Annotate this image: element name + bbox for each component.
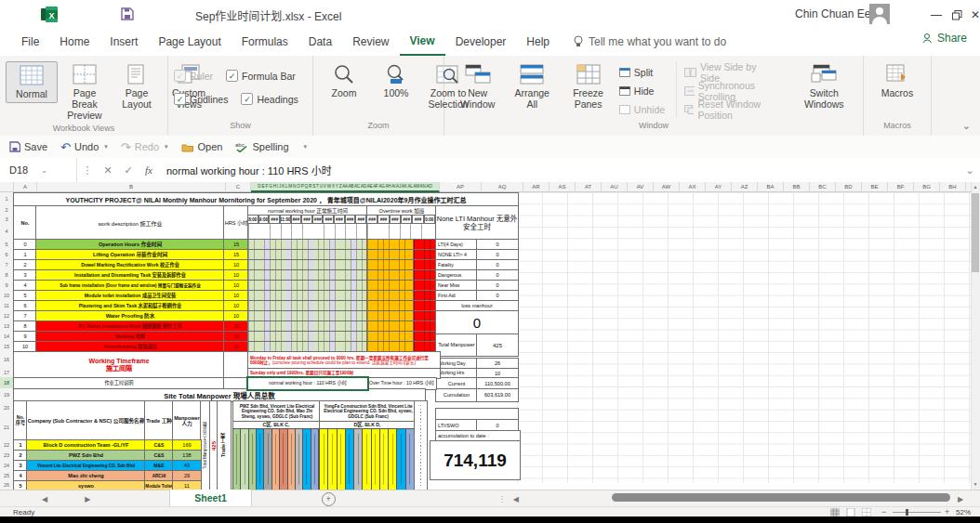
row-number[interactable]: 26 <box>0 480 14 490</box>
scroll-down-arrow[interactable]: ▼ <box>971 481 980 489</box>
formula-bar-checkbox[interactable]: ✓Formula Bar <box>226 67 296 85</box>
group2-companies[interactable]: YongFa Construction Sdn Bhd, Vincent Lit… <box>319 400 417 423</box>
col-header[interactable]: AS <box>550 182 576 192</box>
zoom-button[interactable]: Zoom <box>319 61 369 101</box>
col-header[interactable]: BG <box>914 182 940 192</box>
sheet-tab-sheet1[interactable]: Sheet1 <box>169 490 251 508</box>
trade-strip[interactable] <box>328 429 337 490</box>
trade-strip[interactable] <box>257 429 264 490</box>
horizontal-scrollbar-thumb[interactable] <box>612 493 950 502</box>
scroll-up-arrow[interactable]: ▲ <box>971 184 980 191</box>
working-timeframe-cell[interactable]: Working Timeframe施工间隔 <box>13 351 225 379</box>
headings-checkbox[interactable]: ✓Headings <box>241 90 298 108</box>
zoom-slider-track[interactable] <box>893 512 941 513</box>
fx-icon[interactable]: fx <box>139 164 159 176</box>
tell-me-box[interactable]: Tell me what you want to do <box>573 35 726 48</box>
tab-home[interactable]: Home <box>49 29 99 55</box>
tab-data[interactable]: Data <box>298 29 342 55</box>
col-header-c[interactable]: C <box>226 182 251 192</box>
lower-hdr-manpower[interactable]: Manpower 人力 <box>172 400 202 441</box>
add-sheet-button[interactable]: + <box>322 492 336 506</box>
timeframe-note1-cell[interactable]: Monday to Friday all task shall proceed … <box>247 351 441 370</box>
trade-strip[interactable] <box>354 429 363 490</box>
trade-strip[interactable] <box>311 429 319 490</box>
split-button[interactable]: Split <box>619 63 665 81</box>
close-button[interactable]: ✕ <box>960 2 980 28</box>
page-break-view-icon[interactable] <box>862 508 871 516</box>
trade-strip[interactable] <box>338 429 346 490</box>
lower-right-rotated-notes[interactable] <box>414 400 428 490</box>
col-header-cluster-d-ao[interactable]: D E F G H I J K L M N O P Q R S T U V W … <box>251 182 440 192</box>
hdr-hrs[interactable]: HRS 小时 <box>223 205 249 241</box>
col-header[interactable]: AY <box>706 182 732 192</box>
tab-developer[interactable]: Developer <box>445 29 517 55</box>
macros-button[interactable]: Macros <box>872 61 922 101</box>
loss-manhour-value[interactable]: 0 <box>435 310 519 335</box>
gridlines-checkbox[interactable]: ✓Gridlines <box>174 90 228 108</box>
trade-strip[interactable] <box>363 429 371 490</box>
cancel-icon[interactable]: ✕ <box>98 164 118 177</box>
collapse-ribbon-icon[interactable]: ⌄ <box>962 120 971 132</box>
share-button[interactable]: Share <box>922 32 967 45</box>
col-header[interactable]: AV <box>628 182 654 192</box>
col-header[interactable]: AX <box>680 182 706 192</box>
col-header[interactable]: AZ <box>732 182 758 192</box>
col-header[interactable]: BC <box>810 182 836 192</box>
new-window-button[interactable]: New Window <box>450 61 505 112</box>
group1-companies[interactable]: PWZ Sdn Bhd, Vincent Lite Electrical Eng… <box>232 400 322 423</box>
row-number[interactable]: 20 <box>0 400 14 416</box>
trade-strip[interactable] <box>346 429 354 490</box>
trade-strip[interactable] <box>288 429 296 490</box>
tab-view[interactable]: View <box>400 28 445 57</box>
total-manpower-value[interactable]: 425 <box>476 333 519 357</box>
name-box[interactable]: D18⌄ <box>0 158 77 182</box>
col-header[interactable]: BE <box>862 182 888 192</box>
time-labels-overtime[interactable]: ### ### ### ### ### 0:00 <box>366 215 435 223</box>
arrange-all-button[interactable]: Arrange All <box>507 61 557 112</box>
row-number[interactable]: 16 <box>0 351 14 369</box>
zoom-100-button[interactable]: 100% <box>371 61 421 101</box>
switch-windows-button[interactable]: Switch Windows <box>791 61 857 112</box>
hdr-desc[interactable]: work description 施工作业 <box>35 205 225 241</box>
zoom-slider-handle[interactable] <box>906 509 908 516</box>
lower-hdr-company[interactable]: Company (Sub Contractor & NSC) 公司服务名称 <box>26 400 146 441</box>
trade-strip[interactable] <box>397 429 405 490</box>
tab-insert[interactable]: Insert <box>99 29 148 55</box>
qat-save-button[interactable]: Save <box>9 141 47 152</box>
hdr-no[interactable]: No. <box>13 205 37 241</box>
cumulation-label[interactable]: Cumulation <box>435 388 478 402</box>
hscroll-left-arrow[interactable]: ◀ <box>513 495 519 503</box>
col-header[interactable]: AU <box>602 182 628 192</box>
trade-strip[interactable] <box>389 429 397 490</box>
account-name[interactable]: Chin Chuan Ee <box>795 7 870 20</box>
normal-view-button[interactable]: Normal <box>6 61 58 103</box>
row-number[interactable]: 1 <box>0 192 14 206</box>
zoom-in-button[interactable]: + <box>945 507 949 516</box>
tab-page-layout[interactable]: Page Layout <box>148 29 231 55</box>
col-header-ap[interactable]: AP <box>440 182 482 192</box>
normal-view-icon[interactable] <box>830 508 840 516</box>
formula-bar-expand-icon[interactable]: ⌄ <box>960 164 980 177</box>
tab-file[interactable]: File <box>11 29 49 55</box>
select-all-corner[interactable] <box>0 182 14 192</box>
col-header[interactable]: BD <box>836 182 862 192</box>
tab-formulas[interactable]: Formulas <box>232 29 298 55</box>
freeze-panes-button[interactable]: Freeze Panes <box>559 61 617 112</box>
zoom-percentage[interactable]: 52% <box>956 508 971 516</box>
col-header[interactable]: AR <box>523 182 550 192</box>
hscroll-right-arrow[interactable]: ▶ <box>958 495 963 503</box>
col-header[interactable]: BF <box>888 182 914 192</box>
hdr-none-lti[interactable]: None LTI Manhour 无意外安全工时 <box>435 205 519 241</box>
col-header[interactable]: BA <box>758 182 784 192</box>
lower-hdr-trade[interactable]: Trade 工种 <box>144 400 174 441</box>
trade-strip[interactable] <box>249 429 257 490</box>
qat-undo-button[interactable]: ↶Undo▾ <box>60 140 108 154</box>
time-labels-normal[interactable]: 8:00 9:00 ### 11:00 ### ### ### ### ### … <box>247 215 366 223</box>
col-header-b[interactable]: B <box>37 182 226 192</box>
vertical-scrollbar-thumb[interactable] <box>972 193 979 272</box>
trade-strip[interactable] <box>380 429 389 490</box>
zoom-out-button[interactable]: − <box>881 507 886 516</box>
page-layout-view-button[interactable]: Page Layout <box>112 61 162 112</box>
qat-spelling-button[interactable]: abc Spelling <box>235 141 288 152</box>
total-manpower-label[interactable]: Total Manpower <box>435 333 478 357</box>
